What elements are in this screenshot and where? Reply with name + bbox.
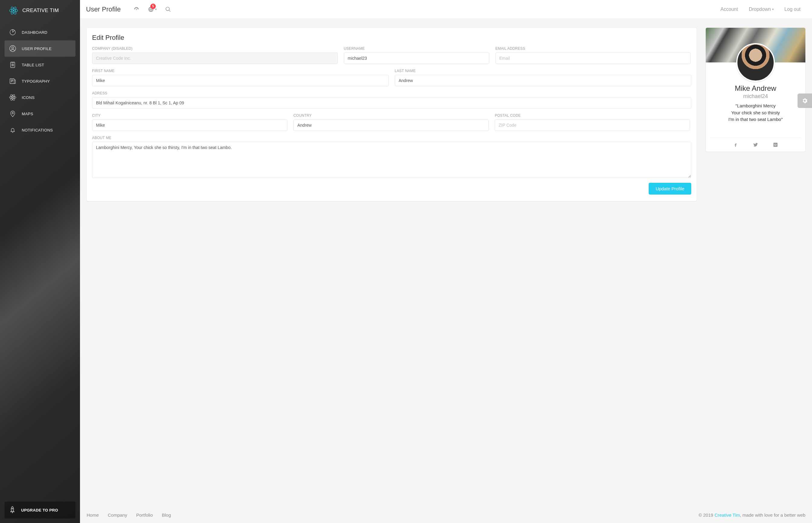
footer-link-company[interactable]: Company [108, 512, 127, 518]
sidebar-item-label: USER PROFILE [22, 47, 52, 51]
news-icon [9, 77, 16, 85]
sidebar-item-typography[interactable]: TYPOGRAPHY [4, 73, 75, 89]
sidebar-item-label: DASHBOARD [22, 30, 47, 35]
last-name-field[interactable] [395, 75, 692, 86]
sidebar-item-label: NOTIFICATIONS [22, 128, 53, 132]
svg-point-14 [12, 508, 13, 509]
username-label: USERNAME [344, 47, 489, 51]
settings-fab[interactable] [797, 93, 812, 108]
sidebar-item-icons[interactable]: ICONS [4, 89, 75, 106]
clipboard-list-icon [9, 61, 16, 69]
upgrade-to-pro-button[interactable]: UPGRADE TO PRO [4, 502, 75, 519]
map-pin-icon [9, 110, 16, 117]
update-profile-button[interactable]: Update Profile [649, 183, 691, 195]
postal-code-field[interactable] [495, 120, 690, 131]
sidebar-item-label: TABLE LIST [22, 63, 44, 67]
facebook-icon[interactable] [733, 142, 738, 147]
dropdown-link[interactable]: Dropdown ▾ [743, 4, 779, 15]
profile-quote: "Lamborghini Mercy Your chick she so thi… [711, 103, 800, 123]
footer-copyright: © 2019 Creative Tim, made with love for … [698, 512, 805, 518]
profile-name: Mike Andrew [711, 84, 800, 93]
react-icon [9, 6, 18, 15]
company-field [92, 53, 338, 64]
divider [710, 138, 801, 138]
form-heading: Edit Profile [92, 34, 691, 42]
twitter-icon[interactable] [753, 142, 758, 147]
notification-badge: 5 [150, 4, 156, 9]
country-label: COUNTRY [293, 113, 489, 118]
username-field[interactable] [344, 53, 489, 64]
logout-link[interactable]: Log out [779, 4, 806, 15]
edit-profile-card: Edit Profile COMPANY (DISABLED) USERNAME… [87, 28, 697, 201]
avatar[interactable] [736, 43, 775, 82]
footer-link-blog[interactable]: Blog [162, 512, 171, 518]
search-icon [165, 6, 171, 12]
main-panel: User Profile 5 ▾ Account Dropdown ▾ Log … [80, 0, 812, 523]
dashboard-icon-button[interactable] [129, 4, 144, 14]
sidebar-item-maps[interactable]: MAPS [4, 106, 75, 122]
footer-brand-link[interactable]: Creative Tim [714, 512, 740, 518]
svg-point-13 [12, 112, 14, 114]
footer-link-home[interactable]: Home [87, 512, 99, 518]
sidebar-item-table-list[interactable]: TABLE LIST [4, 57, 75, 73]
profile-handle: michael24 [711, 93, 800, 100]
svg-rect-8 [10, 79, 14, 84]
page-title: User Profile [86, 5, 121, 13]
about-label: ABOUT ME [92, 136, 691, 140]
user-circle-icon [9, 45, 16, 52]
caret-down-icon: ▾ [155, 7, 157, 11]
bell-icon [9, 126, 16, 133]
sidebar-item-user-profile[interactable]: USER PROFILE [4, 40, 75, 57]
notifications-dropdown[interactable]: 5 ▾ [144, 4, 161, 14]
sidebar-item-label: MAPS [22, 112, 33, 116]
search-button[interactable] [161, 4, 175, 14]
caret-down-icon: ▾ [772, 7, 774, 11]
country-field[interactable] [293, 120, 489, 131]
pie-chart-icon [9, 29, 16, 36]
upgrade-container: UPGRADE TO PRO [0, 497, 80, 523]
content-area: Edit Profile COMPANY (DISABLED) USERNAME… [80, 19, 812, 510]
rocket-icon [9, 506, 16, 514]
svg-point-0 [13, 10, 14, 11]
postal-label: POSTAL CODE [495, 113, 690, 118]
brand-text: CREATIVE TIM [22, 7, 59, 14]
sidebar-item-label: TYPOGRAPHY [22, 79, 50, 84]
topbar: User Profile 5 ▾ Account Dropdown ▾ Log … [80, 0, 812, 19]
sidebar-item-dashboard[interactable]: DASHBOARD [4, 24, 75, 40]
first-name-field[interactable] [92, 75, 389, 86]
svg-point-6 [12, 47, 14, 49]
atom-icon [9, 94, 16, 101]
brand-logo[interactable]: CREATIVE TIM [0, 0, 80, 21]
address-label: ADRESS [92, 91, 691, 95]
city-field[interactable] [92, 120, 287, 131]
dropdown-label: Dropdown [749, 7, 771, 12]
gear-icon [801, 97, 808, 104]
city-label: CITY [92, 113, 287, 118]
google-plus-icon[interactable] [773, 142, 778, 147]
address-field[interactable] [92, 97, 691, 109]
svg-point-5 [10, 46, 16, 52]
company-label: COMPANY (DISABLED) [92, 47, 338, 51]
account-link[interactable]: Account [715, 4, 743, 15]
sidebar: CREATIVE TIM DASHBOARD USER PROFILE TABL… [0, 0, 80, 523]
dashboard-icon [134, 6, 139, 12]
sidebar-nav: DASHBOARD USER PROFILE TABLE LIST TYPOGR… [0, 21, 80, 497]
user-profile-card: Mike Andrew michael24 "Lamborghini Mercy… [706, 28, 805, 152]
last-name-label: LAST NAME [395, 69, 692, 73]
email-label: EMAIL ADDRESS [495, 47, 691, 51]
footer: Home Company Portfolio Blog © 2019 Creat… [80, 510, 812, 523]
upgrade-label: UPGRADE TO PRO [21, 508, 58, 512]
first-name-label: FIRST NAME [92, 69, 389, 73]
about-me-field[interactable] [92, 142, 691, 178]
footer-link-portfolio[interactable]: Portfolio [136, 512, 153, 518]
svg-point-9 [12, 97, 13, 98]
sidebar-item-label: ICONS [22, 95, 35, 100]
sidebar-item-notifications[interactable]: NOTIFICATIONS [4, 122, 75, 138]
email-field[interactable] [495, 53, 691, 64]
